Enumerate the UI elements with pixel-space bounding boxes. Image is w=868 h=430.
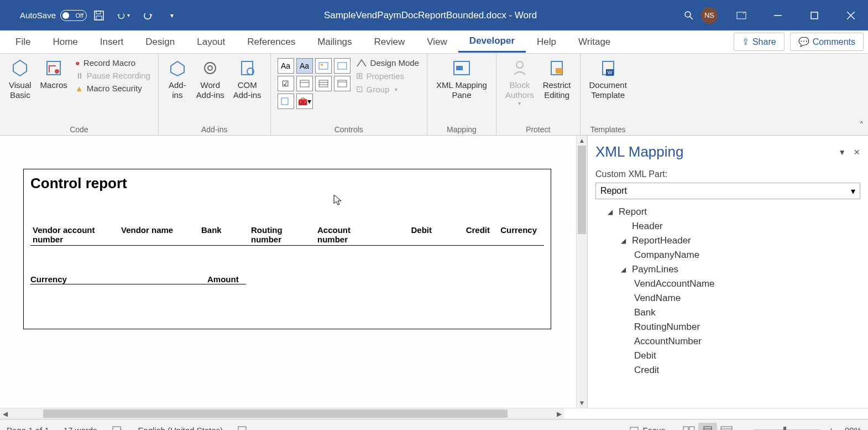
group-icon: ⊡ xyxy=(356,84,363,94)
tree-node-vendname[interactable]: VendName xyxy=(595,291,860,305)
col-account: Account number xyxy=(315,225,381,244)
tree-node-routingnumber[interactable]: RoutingNumber xyxy=(595,320,860,334)
scroll-down-icon[interactable]: ▼ xyxy=(579,398,585,408)
hscroll-thumb[interactable] xyxy=(43,410,508,418)
scroll-up-icon[interactable]: ▲ xyxy=(579,136,585,146)
horizontal-scrollbar[interactable]: ◀ ▶ xyxy=(0,408,564,419)
share-button[interactable]: ⇪Share xyxy=(734,33,785,51)
svg-rect-17 xyxy=(319,63,328,69)
group-button: ⊡Group▾ xyxy=(356,84,419,94)
restrict-editing-button[interactable]: Restrict Editing xyxy=(538,56,576,102)
zoom-handle[interactable] xyxy=(783,427,786,431)
customize-qat-icon[interactable]: ▾ xyxy=(165,9,179,22)
tab-mailings[interactable]: Mailings xyxy=(306,32,363,52)
legacy-tools-icon[interactable]: 🧰▾ xyxy=(296,94,313,109)
tree-node-companyname[interactable]: CompanyName xyxy=(595,248,860,262)
tree-node-reportheader[interactable]: ◢ReportHeader xyxy=(595,234,860,248)
title-bar: AutoSave Off ▾ ▾ SampleVendPaymDocReport… xyxy=(0,0,868,30)
zoom-level[interactable]: 90% xyxy=(845,426,861,430)
tab-insert[interactable]: Insert xyxy=(89,32,135,52)
redo-icon[interactable] xyxy=(141,9,154,22)
maximize-icon[interactable] xyxy=(802,7,827,24)
tree-node-vendaccountname[interactable]: VendAccountName xyxy=(595,277,860,291)
combobox-control-icon[interactable] xyxy=(296,76,313,91)
search-icon[interactable] xyxy=(682,9,696,22)
date-picker-control-icon[interactable] xyxy=(334,76,351,91)
picture-control-icon[interactable] xyxy=(315,58,332,74)
rich-text-control-icon[interactable]: Aa xyxy=(278,58,294,74)
addins-button[interactable]: Add- ins xyxy=(163,56,192,102)
tab-layout[interactable]: Layout xyxy=(186,32,236,52)
svg-rect-37 xyxy=(238,427,246,431)
block-authors-button[interactable]: Block Authors▾ xyxy=(501,56,538,109)
undo-icon[interactable]: ▾ xyxy=(117,9,130,22)
comments-button[interactable]: 💬Comments xyxy=(790,33,864,51)
pane-close-icon[interactable]: ✕ xyxy=(854,148,860,157)
hscroll-track[interactable] xyxy=(10,408,554,419)
macro-status-icon[interactable] xyxy=(237,426,248,431)
language-indicator[interactable]: English (United States) xyxy=(138,426,223,430)
spellcheck-icon[interactable] xyxy=(112,426,124,431)
tab-design[interactable]: Design xyxy=(134,32,186,52)
col-debit: Debit xyxy=(381,225,434,244)
web-layout-icon[interactable] xyxy=(717,423,736,431)
user-avatar[interactable]: NS xyxy=(701,7,718,24)
record-macro-button[interactable]: ●Record Macro xyxy=(75,58,150,68)
document-area[interactable]: Control report Vendor account number Ven… xyxy=(0,136,576,408)
minimize-icon[interactable] xyxy=(765,7,791,24)
tab-writage[interactable]: Writage xyxy=(567,32,621,52)
ribbon-display-icon[interactable] xyxy=(729,7,754,24)
building-block-control-icon[interactable] xyxy=(334,58,351,74)
focus-mode-button[interactable]: Focus xyxy=(629,426,665,430)
scroll-right-icon[interactable]: ▶ xyxy=(554,410,564,418)
xml-mapping-pane-button[interactable]: XML Mapping Pane xyxy=(432,56,491,102)
custom-xml-part-select[interactable]: Report ▾ xyxy=(595,183,860,199)
tree-node-header[interactable]: Header xyxy=(595,219,860,234)
zoom-in-button[interactable]: + xyxy=(825,426,837,431)
macro-security-button[interactable]: ▲Macro Security xyxy=(75,84,150,93)
visual-basic-button[interactable]: Visual Basic xyxy=(4,56,36,102)
vertical-scrollbar[interactable]: ▲ ▼ xyxy=(576,136,587,408)
document-template-button[interactable]: WDocument Template xyxy=(585,56,631,102)
tree-node-bank[interactable]: Bank xyxy=(595,305,860,320)
read-mode-icon[interactable] xyxy=(679,423,698,431)
collapse-ribbon-icon[interactable]: ˄ xyxy=(855,116,868,135)
plain-text-control-icon[interactable]: Aa xyxy=(296,58,313,74)
close-icon[interactable] xyxy=(838,7,864,24)
print-layout-icon[interactable] xyxy=(698,423,717,431)
zoom-out-button[interactable]: − xyxy=(736,426,747,431)
collapse-icon[interactable]: ◢ xyxy=(608,208,615,216)
tree-node-credit[interactable]: Credit xyxy=(595,363,860,377)
checkbox-control-icon[interactable]: ☑ xyxy=(278,76,294,91)
macros-button[interactable]: Macros xyxy=(36,56,72,92)
tree-node-paymlines[interactable]: ◢PaymLines xyxy=(595,262,860,277)
tree-node-debit[interactable]: Debit xyxy=(595,349,860,363)
tab-references[interactable]: References xyxy=(236,32,306,52)
pane-options-icon[interactable]: ▼ xyxy=(838,148,846,157)
word-count[interactable]: 17 words xyxy=(64,426,97,430)
collapse-icon[interactable]: ◢ xyxy=(621,266,629,273)
tree-node-report[interactable]: ◢Report xyxy=(595,205,860,219)
autosave-toggle[interactable]: Off xyxy=(60,10,87,21)
tab-review[interactable]: Review xyxy=(363,32,416,52)
repeating-section-control-icon[interactable] xyxy=(278,94,294,109)
save-icon[interactable] xyxy=(92,9,106,22)
design-mode-button[interactable]: Design Mode xyxy=(356,58,419,68)
com-addins-button[interactable]: COM Add-ins xyxy=(229,56,266,102)
vscroll-thumb[interactable] xyxy=(578,146,586,234)
col-bank: Bank xyxy=(199,225,249,244)
vscroll-track[interactable] xyxy=(577,146,587,398)
svg-rect-27 xyxy=(281,98,288,105)
tree-node-accountnumber[interactable]: AccountNumber xyxy=(595,334,860,349)
scroll-left-icon[interactable]: ◀ xyxy=(0,410,10,418)
tab-view[interactable]: View xyxy=(416,32,458,52)
tab-home[interactable]: Home xyxy=(41,32,88,52)
tab-file[interactable]: File xyxy=(4,32,41,52)
dropdown-control-icon[interactable] xyxy=(315,76,332,91)
word-addins-button[interactable]: Word Add-ins xyxy=(192,56,229,102)
autosave-control[interactable]: AutoSave Off xyxy=(20,10,87,21)
page-indicator[interactable]: Page 1 of 1 xyxy=(7,426,49,430)
tab-help[interactable]: Help xyxy=(526,32,567,52)
tab-developer[interactable]: Developer xyxy=(458,31,526,53)
collapse-icon[interactable]: ◢ xyxy=(621,237,629,245)
